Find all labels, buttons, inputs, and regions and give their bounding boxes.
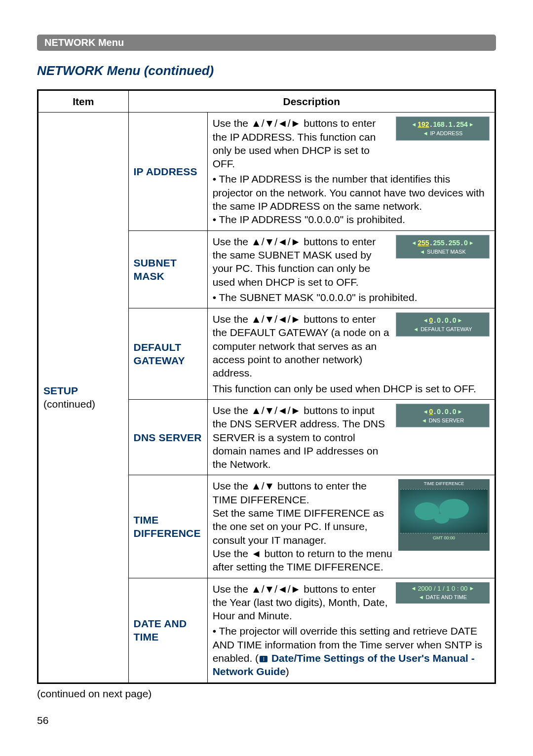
col-header-desc: Description <box>128 90 495 113</box>
desc-gateway: Use the ▲/▼/◄/► buttons to enter the DEF… <box>207 308 495 400</box>
header-bar-text: NETWORK Menu <box>44 37 124 48</box>
desc-note: This function can only be used when DHCP… <box>213 382 490 395</box>
col-header-item: Item <box>38 90 129 113</box>
desc-text: Use the ▲/▼/◄/► buttons to input the DNS… <box>213 404 391 471</box>
left-arrow-icon: ◄ <box>423 317 428 324</box>
osd-dns: ◄ 0. 0. 0. 0 ► ◄ DNS SERVER <box>396 404 490 427</box>
sub-subnet: SUBNET MASK <box>128 230 207 308</box>
left-arrow-icon: ◄ <box>419 594 424 601</box>
desc-subnet: Use the ▲/▼/◄/► buttons to enter the sam… <box>207 230 495 308</box>
item-label: SETUP <box>43 385 78 396</box>
sub-time-diff: TIME DIFFERENCE <box>128 475 207 578</box>
right-arrow-icon: ► <box>469 239 474 246</box>
sub-gateway: DEFAULT GATEWAY <box>128 308 207 400</box>
desc-text: Use the ▲/▼/◄/► buttons to enter the sam… <box>213 235 391 289</box>
header-bar: NETWORK Menu <box>37 35 496 51</box>
continued-note: (continued on next page) <box>37 688 496 700</box>
table-row: SETUP (continued) IP ADDRESS Use the ▲/▼… <box>38 113 495 230</box>
desc-dns: Use the ▲/▼/◄/► buttons to input the DNS… <box>207 399 495 475</box>
sub-dns: DNS SERVER <box>128 399 207 475</box>
left-arrow-icon: ◄ <box>411 121 417 128</box>
item-sub: (continued) <box>43 398 95 410</box>
desc-note: • The SUBNET MASK "0.0.0.0" is prohibite… <box>213 291 490 304</box>
osd-gateway: ◄ 0. 0. 0. 0 ► ◄ DEFAULT GATEWAY <box>396 312 490 336</box>
svg-point-2 <box>434 514 449 524</box>
osd-time-diff: TIME DIFFERENCE GMT 00:00 <box>398 479 490 551</box>
world-map-icon <box>400 489 488 533</box>
desc-ip-address: Use the ▲/▼/◄/► buttons to enter the IP … <box>207 113 495 230</box>
desc-text: Use the ▲/▼/◄/► buttons to enter the Yea… <box>213 582 391 623</box>
desc-note: • The IP ADDRESS is the number that iden… <box>213 172 490 226</box>
left-arrow-icon: ◄ <box>411 239 417 246</box>
desc-text: Use the ▲/▼ buttons to enter the TIME DI… <box>213 479 393 573</box>
page-number: 56 <box>37 715 48 726</box>
right-arrow-icon: ► <box>457 317 462 324</box>
left-arrow-icon: ◄ <box>419 248 425 255</box>
section-title: NETWORK Menu (continued) <box>37 63 496 78</box>
left-arrow-icon: ◄ <box>421 417 427 424</box>
desc-time-diff: Use the ▲/▼ buttons to enter the TIME DI… <box>207 475 495 578</box>
osd-date-time: ◄ 2000 / 1 / 1 0 : 00 ► ◄ DATE AND TIME <box>396 582 490 604</box>
left-arrow-icon: ◄ <box>423 408 428 415</box>
left-arrow-icon: ◄ <box>411 585 417 593</box>
desc-date-time: Use the ▲/▼/◄/► buttons to enter the Yea… <box>207 578 495 683</box>
desc-text: Use the ▲/▼/◄/► buttons to enter the IP … <box>213 116 391 170</box>
osd-subnet: ◄ 255. 255. 255. 0 ► ◄ SUBNET MASK <box>396 235 490 259</box>
osd-ip-address: ◄ 192. 168. 1. 254 ► ◄ IP ADDRESS <box>396 116 490 140</box>
right-arrow-icon: ► <box>457 408 462 415</box>
sub-date-time: DATE AND TIME <box>128 578 207 683</box>
network-menu-table: Item Description SETUP (continued) IP AD… <box>37 89 496 684</box>
left-arrow-icon: ◄ <box>413 326 419 333</box>
book-icon <box>260 656 267 662</box>
right-arrow-icon: ► <box>469 121 474 128</box>
item-setup: SETUP (continued) <box>38 113 129 683</box>
desc-text: Use the ▲/▼/◄/► buttons to enter the DEF… <box>213 312 391 379</box>
desc-note: • The projector will override this setti… <box>213 624 490 678</box>
right-arrow-icon: ► <box>469 585 475 593</box>
left-arrow-icon: ◄ <box>423 130 428 137</box>
sub-ip-address: IP ADDRESS <box>128 113 207 230</box>
